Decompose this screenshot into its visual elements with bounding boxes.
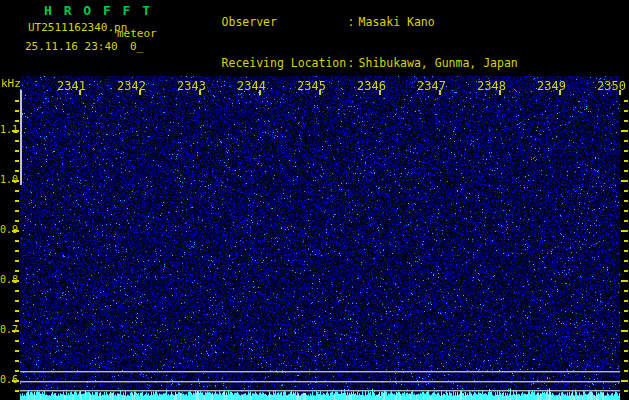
x-axis-label: 2349 xyxy=(537,79,566,93)
y-axis-tick xyxy=(15,140,19,142)
y-axis-tick-right xyxy=(624,250,628,252)
y-axis-tick xyxy=(15,310,19,312)
app-title: H R O F F T xyxy=(44,3,152,18)
x-axis-tick xyxy=(619,90,621,95)
x-axis-tick xyxy=(319,90,321,95)
y-axis-tick xyxy=(12,380,19,382)
x-axis-tick xyxy=(139,90,141,95)
x-axis-label: 2350 xyxy=(597,79,626,93)
y-axis-tick-right xyxy=(624,240,628,242)
y-axis-tick-right xyxy=(624,340,628,342)
y-axis-tick-right xyxy=(624,210,628,212)
x-axis-label: 2343 xyxy=(177,79,206,93)
y-axis-tick xyxy=(15,270,19,272)
y-axis-tick-right xyxy=(621,180,628,182)
hrofft-window: H R O F F T UT2511162340.pn meteor 25.11… xyxy=(0,0,629,400)
datetime-label: 25.11.16 23:40 xyxy=(25,40,118,53)
x-axis-tick xyxy=(259,90,261,95)
y-axis-tick xyxy=(15,150,19,152)
y-axis-tick-right xyxy=(624,270,628,272)
y-axis-tick xyxy=(15,320,19,322)
y-axis-tick-right xyxy=(621,330,628,332)
y-axis-tick xyxy=(15,350,19,352)
y-axis-tick-right xyxy=(624,110,628,112)
spectrogram-canvas xyxy=(20,76,620,400)
y-axis-tick xyxy=(15,220,19,222)
field-colon: : xyxy=(348,16,359,29)
y-axis-tick xyxy=(15,170,19,172)
y-axis-tick xyxy=(15,120,19,122)
field-colon: : xyxy=(348,57,359,70)
filename-overlay-label: meteor xyxy=(117,27,157,40)
y-axis-tick xyxy=(12,230,19,232)
y-axis-tick-right xyxy=(624,350,628,352)
y-axis-tick-right xyxy=(624,360,628,362)
x-axis-tick xyxy=(439,90,441,95)
y-axis-tick-right xyxy=(621,380,628,382)
x-axis-tick xyxy=(79,90,81,95)
y-axis-tick xyxy=(12,280,19,282)
field-label: Observer xyxy=(222,16,348,29)
y-axis-tick-right xyxy=(624,140,628,142)
y-axis-tick-right xyxy=(624,300,628,302)
y-axis-tick-right xyxy=(624,100,628,102)
y-axis-tick xyxy=(15,110,19,112)
y-axis-unit-label: kHz xyxy=(1,77,21,90)
x-axis-tick xyxy=(499,90,501,95)
field-label: Receiving Location xyxy=(222,57,348,70)
y-axis-tick xyxy=(12,330,19,332)
y-axis-tick xyxy=(12,130,19,132)
y-axis-tick-right xyxy=(624,150,628,152)
y-axis-tick xyxy=(15,260,19,262)
x-axis-label: 2348 xyxy=(477,79,506,93)
y-axis-tick xyxy=(15,210,19,212)
y-axis-tick-right xyxy=(624,370,628,372)
x-axis-tick xyxy=(559,90,561,95)
x-axis-label: 2341 xyxy=(57,79,86,93)
x-axis-label: 2344 xyxy=(237,79,266,93)
y-axis-tick-right xyxy=(624,260,628,262)
y-axis-tick-right xyxy=(624,160,628,162)
y-axis-tick xyxy=(15,360,19,362)
station-info-row: Observer:Masaki Kano xyxy=(180,3,573,43)
y-axis-tick-right xyxy=(621,130,628,132)
y-axis-tick-right xyxy=(624,200,628,202)
x-axis-tick xyxy=(379,90,381,95)
y-axis-tick-right xyxy=(624,320,628,322)
y-axis-tick xyxy=(15,190,19,192)
x-axis-tick xyxy=(199,90,201,95)
y-axis-tick-right xyxy=(624,170,628,172)
y-axis-tick xyxy=(15,370,19,372)
y-axis-tick xyxy=(12,180,19,182)
field-value: Masaki Kano xyxy=(359,15,435,29)
y-axis-tick-right xyxy=(621,230,628,232)
y-axis-tick xyxy=(15,100,19,102)
y-axis-tick-right xyxy=(624,190,628,192)
y-axis-tick xyxy=(15,240,19,242)
echo-counter: 0_ xyxy=(130,40,143,53)
y-axis-tick xyxy=(15,290,19,292)
y-axis-tick xyxy=(15,340,19,342)
y-axis-tick xyxy=(15,160,19,162)
x-axis-label: 2345 xyxy=(297,79,326,93)
y-axis-tick xyxy=(15,250,19,252)
field-value: Shibukawa, Gunma, Japan xyxy=(359,56,518,70)
output-filename: UT2511162340.pn xyxy=(28,21,127,34)
y-axis-tick xyxy=(15,390,19,392)
y-axis-tick xyxy=(15,200,19,202)
y-axis-tick-right xyxy=(621,280,628,282)
x-axis-label: 2342 xyxy=(117,79,146,93)
x-axis-label: 2346 xyxy=(357,79,386,93)
y-axis-tick-right xyxy=(624,290,628,292)
x-axis-label: 2347 xyxy=(417,79,446,93)
y-axis-tick-right xyxy=(624,120,628,122)
y-axis-tick xyxy=(15,300,19,302)
y-axis-tick-right xyxy=(624,310,628,312)
y-axis-tick-right xyxy=(624,390,628,392)
y-axis-tick-right xyxy=(624,220,628,222)
